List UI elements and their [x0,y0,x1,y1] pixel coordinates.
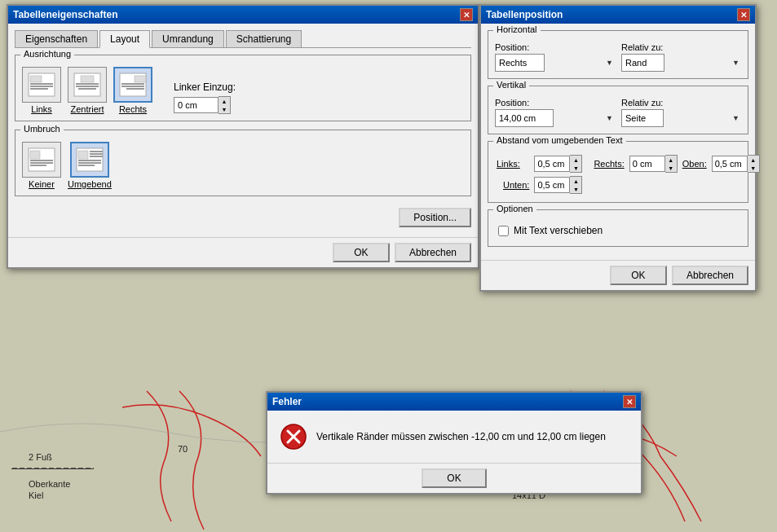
svg-rect-28 [78,162,101,164]
vertikal-relativ-label: Relativ zu: [621,98,741,108]
svg-rect-6 [30,88,48,90]
tab-bar: Eigenschaften Layout Umrandung Schattier… [15,30,471,48]
align-rechts-btn[interactable] [113,67,152,103]
tabelleneigenschaften-cancel-btn[interactable]: Abbrechen [395,243,471,262]
tab-schattierung[interactable]: Schattierung [226,30,302,47]
abstand-unten-spinner: ▲ ▼ [534,176,582,194]
svg-rect-26 [90,156,103,157]
umbruch-keiner-icon [27,147,56,173]
map-text-kiel1: Kiel [29,490,43,500]
abstand-oben-up[interactable]: ▲ [748,156,759,164]
fehler-close-icon: ✕ [626,398,633,407]
tab-layout[interactable]: Layout [99,30,150,48]
horizontal-legend: Horizontal [493,24,541,34]
abstand-rechts-btns: ▲ ▼ [665,155,678,173]
horizontal-relativ-label: Relativ zu: [621,42,741,52]
tabellenposition-dialog: Tabellenposition ✕ Horizontal Position: … [479,4,757,292]
tabelleneigenschaften-close-btn[interactable]: ✕ [460,8,473,21]
abstand-unten-down[interactable]: ▼ [570,185,581,193]
einzug-input[interactable] [174,97,219,113]
fehler-close-btn[interactable]: ✕ [623,395,636,408]
abstand-links-label: Links: [497,159,529,169]
abstand-links-down[interactable]: ▼ [570,164,581,172]
fehler-ok-btn[interactable]: OK [422,468,487,488]
svg-rect-9 [76,83,99,85]
horizontal-position-combo[interactable]: Rechts [495,54,545,72]
tabellenposition-ok-btn[interactable]: OK [610,266,667,285]
svg-rect-25 [90,153,103,155]
optionen-row: Mit Text verschieben [495,222,741,240]
svg-rect-14 [121,83,144,85]
umbruch-umgebend-label[interactable]: Umgebend [68,179,112,189]
abstand-links-input[interactable] [534,156,570,172]
tabelleneigenschaften-ok-btn[interactable]: OK [333,243,390,262]
align-links-btn[interactable] [22,67,61,103]
position-btn[interactable]: Position... [399,208,471,227]
einzug-spinner: ▲ ▼ [174,96,236,114]
svg-rect-4 [30,83,53,85]
fehler-message: Vertikale Ränder müssen zwischen -12,00 … [316,431,606,442]
horizontal-relativ-combo[interactable]: Rand [621,54,664,72]
abstand-unten-btns: ▲ ▼ [570,176,582,194]
tabellenposition-footer: OK Abbrechen [481,260,755,290]
align-zentriert-label[interactable]: Zentriert [71,104,104,114]
tabellenposition-titlebar: Tabellenposition ✕ [481,6,755,24]
horizontal-relativ-combo-wrapper: Rand ▼ [621,54,741,72]
umbruch-umgebend-btn[interactable] [70,142,109,178]
abstand-unten-up[interactable]: ▲ [570,177,581,185]
abstand-rechts-input[interactable] [629,156,665,172]
abstand-rechts-down[interactable]: ▼ [665,164,677,172]
optionen-legend: Optionen [493,204,536,213]
abstand-oben-input[interactable] [712,156,748,172]
einzug-up-btn[interactable]: ▲ [219,97,230,105]
abstand-rechts-label: Rechts: [594,159,624,169]
umbruch-keiner-btn[interactable] [22,142,61,178]
abstand-links-btns: ▲ ▼ [570,155,582,173]
horizontal-group: Horizontal Position: Rechts ▼ Relativ zu… [488,30,748,79]
mit-text-checkbox[interactable] [498,226,509,236]
map-line-fuss [11,468,93,469]
tabellenposition-close-btn[interactable]: ✕ [737,8,750,21]
fehler-title: Fehler [272,396,302,407]
ausrichtung-content: Links Zentrier [22,67,464,114]
abstand-grid: Links: ▲ ▼ Rechts: ▲ ▼ Ob [495,153,741,196]
optionen-group: Optionen Mit Text verschieben [488,209,748,247]
tabellenposition-cancel-btn[interactable]: Abbrechen [672,266,748,285]
umbruch-keiner-wrapper: Keiner [22,142,61,189]
abstand-oben-btns: ▲ ▼ [748,155,760,173]
vertikal-relativ-combo[interactable]: Seite [621,109,664,127]
abstand-oben-down[interactable]: ▼ [748,164,759,172]
svg-rect-24 [90,151,103,152]
svg-rect-16 [126,88,144,90]
vertikal-position-combo[interactable]: 14,00 cm [495,109,554,127]
align-zentriert-btn[interactable] [68,67,107,103]
align-rechts-label[interactable]: Rechts [119,104,147,114]
fehler-content: Vertikale Ränder müssen zwischen -12,00 … [267,411,641,463]
svg-rect-11 [78,88,96,90]
combo-arrow-v-pos-icon: ▼ [606,114,613,122]
umbruch-group: Umbruch Keiner [15,130,471,196]
svg-rect-5 [30,86,53,87]
einzug-section: Linker Einzug: ▲ ▼ [174,81,236,114]
abstand-unten-input[interactable] [534,177,570,193]
mit-text-label: Mit Text verschieben [514,225,603,236]
vertikal-group: Vertikal Position: 14,00 cm ▼ Relativ zu… [488,86,748,134]
tab-eigenschaften[interactable]: Eigenschaften [15,30,98,47]
align-rechts-wrapper: Rechts [113,67,152,114]
umbruch-keiner-label[interactable]: Keiner [29,179,55,189]
vertikal-combo-row: Position: 14,00 cm ▼ Relativ zu: Seite [495,98,741,127]
abstand-rechts-up[interactable]: ▲ [665,156,677,164]
abstand-oben-label: Oben: [682,159,707,169]
vertikal-relativ-group: Relativ zu: Seite ▼ [621,98,741,127]
fehler-footer: OK [267,463,641,493]
einzug-spinner-btns: ▲ ▼ [219,96,231,114]
align-links-label[interactable]: Links [31,104,52,114]
einzug-down-btn[interactable]: ▼ [219,105,230,113]
horizontal-position-combo-wrapper: Rechts ▼ [495,54,615,72]
tab-umrandung[interactable]: Umrandung [152,30,224,47]
abstand-links-up[interactable]: ▲ [570,156,581,164]
abstand-oben-spinner: ▲ ▼ [712,155,760,173]
svg-rect-15 [121,86,144,87]
svg-rect-13 [135,76,146,82]
horizontal-position-label: Position: [495,42,615,52]
